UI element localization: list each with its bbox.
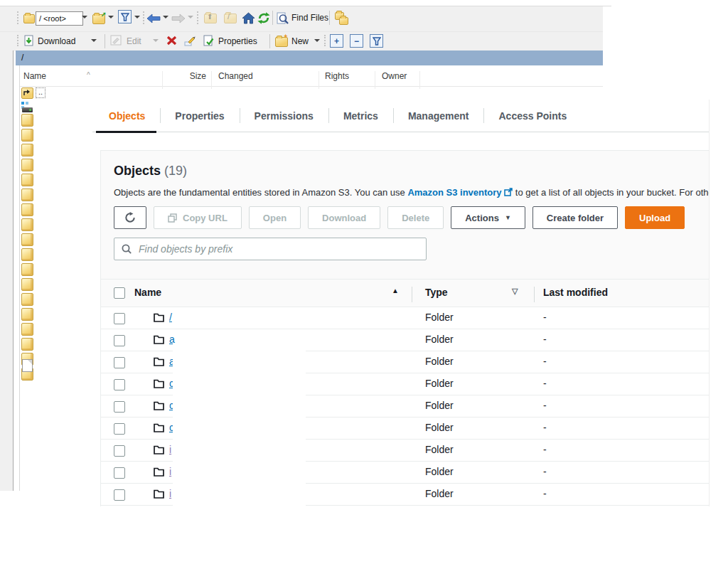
filter-button[interactable]	[118, 10, 132, 23]
column-header-owner[interactable]: Owner	[382, 71, 407, 81]
s3-tab[interactable]: Permissions	[240, 100, 328, 132]
upload-button[interactable]: Upload	[625, 206, 685, 229]
toolbar-grip[interactable]	[324, 35, 328, 46]
column-divider[interactable]	[375, 71, 375, 89]
refresh-icon[interactable]	[257, 12, 270, 24]
s3-inventory-link[interactable]: Amazon S3 inventory	[407, 187, 501, 198]
download-button[interactable]: Download	[38, 36, 75, 46]
column-header-changed[interactable]: Changed	[218, 71, 253, 81]
column-header-last-modified[interactable]: Last modified	[543, 287, 608, 298]
row-checkbox[interactable]	[114, 445, 125, 457]
folder-icon[interactable]	[21, 323, 33, 336]
sort-ascending-icon[interactable]: ▲	[392, 287, 399, 294]
object-search-box[interactable]	[114, 238, 427, 260]
properties-button[interactable]: Properties	[218, 36, 257, 46]
open-directory-dropdown-icon[interactable]	[108, 16, 114, 21]
row-checkbox[interactable]	[114, 423, 125, 435]
copy-url-button[interactable]: Copy URL	[154, 206, 242, 229]
row-checkbox[interactable]	[114, 489, 125, 501]
row-checkbox[interactable]	[114, 313, 125, 324]
object-name-link[interactable]: /	[169, 312, 172, 323]
row-checkbox[interactable]	[114, 335, 125, 346]
external-link-icon[interactable]	[504, 188, 513, 196]
folder-icon[interactable]	[21, 293, 33, 306]
folder-icon[interactable]	[21, 174, 33, 186]
folder-icon[interactable]	[21, 233, 33, 246]
file-icon[interactable]	[22, 359, 33, 372]
back-history-dropdown-icon[interactable]	[163, 16, 168, 21]
drive-icon[interactable]	[21, 102, 33, 112]
actions-dropdown-button[interactable]: Actions▼	[451, 206, 525, 229]
folder-icon[interactable]	[21, 248, 33, 261]
folder-icon[interactable]	[21, 129, 33, 142]
sortable-icon[interactable]: ▽	[512, 287, 518, 296]
search-input[interactable]	[137, 243, 419, 255]
find-files-icon[interactable]	[277, 12, 289, 24]
delete-button[interactable]: Delete	[387, 206, 444, 229]
find-files-button[interactable]: Find Files	[291, 13, 328, 23]
folder-icon[interactable]	[21, 203, 33, 216]
s3-tab[interactable]: Metrics	[328, 100, 393, 132]
download-button[interactable]: Download	[308, 206, 380, 229]
column-divider[interactable]	[162, 71, 163, 89]
select-all-checkbox[interactable]	[114, 287, 125, 299]
folder-icon[interactable]	[21, 218, 33, 231]
column-divider[interactable]	[419, 71, 420, 89]
folder-icon[interactable]	[21, 188, 33, 201]
home-icon[interactable]	[242, 12, 255, 24]
object-row[interactable]: / Folder -	[101, 307, 710, 329]
column-divider[interactable]	[318, 71, 319, 89]
folder-icon[interactable]	[21, 278, 33, 291]
back-icon[interactable]	[146, 14, 161, 23]
row-checkbox[interactable]	[114, 401, 125, 413]
increase-font-button[interactable]: +	[330, 34, 343, 48]
column-header-name[interactable]: Name	[23, 71, 46, 81]
folder-icon[interactable]	[21, 263, 33, 276]
root-directory-icon[interactable]	[224, 14, 237, 23]
column-header-type[interactable]: Type	[425, 287, 448, 298]
parent-directory-label[interactable]: ..	[36, 87, 46, 98]
address-dropdown-icon[interactable]	[82, 16, 87, 21]
column-header-size[interactable]: Size	[169, 71, 206, 81]
download-dropdown-icon[interactable]	[91, 39, 97, 45]
open-button[interactable]: Open	[249, 206, 301, 229]
toolbar-grip[interactable]	[197, 11, 200, 24]
decrease-font-button[interactable]: −	[350, 34, 363, 48]
current-path-bar[interactable]: /	[16, 50, 603, 65]
object-name-link[interactable]: i	[169, 466, 171, 477]
edit-dropdown-icon[interactable]	[153, 39, 159, 45]
new-button[interactable]: New	[291, 36, 309, 46]
panel-filter-button[interactable]	[370, 34, 383, 48]
rename-icon[interactable]	[184, 35, 196, 46]
column-header-rights[interactable]: Rights	[325, 71, 349, 81]
winscp-toolbar-main: / <root> ➚ ⬆ / Find Files	[0, 6, 603, 31]
forward-history-dropdown-icon[interactable]	[188, 16, 193, 21]
toolbar-grip[interactable]	[17, 35, 21, 46]
s3-tab[interactable]: Properties	[160, 100, 239, 132]
forward-icon[interactable]	[171, 14, 186, 23]
column-header-name[interactable]: Name	[134, 287, 161, 298]
row-checkbox[interactable]	[114, 467, 125, 479]
row-checkbox[interactable]	[114, 379, 125, 390]
edit-icon	[110, 35, 122, 46]
folder-icon[interactable]	[21, 159, 33, 171]
column-divider[interactable]	[211, 71, 212, 89]
delete-icon[interactable]	[166, 36, 177, 46]
folder-icon[interactable]	[21, 144, 33, 156]
toolbar-grip[interactable]	[17, 11, 21, 24]
filter-dropdown-icon[interactable]	[134, 16, 140, 21]
object-name-link[interactable]: i	[169, 488, 171, 499]
s3-tab[interactable]: Management	[393, 100, 484, 132]
object-name-link[interactable]: i	[169, 444, 171, 455]
new-dropdown-icon[interactable]	[314, 39, 320, 45]
refresh-button[interactable]	[114, 206, 146, 229]
edit-button[interactable]: Edit	[127, 36, 141, 46]
create-folder-button[interactable]: Create folder	[532, 206, 618, 229]
folder-icon[interactable]	[21, 308, 33, 321]
s3-tab[interactable]: Access Points	[483, 100, 582, 132]
folder-icon[interactable]	[21, 114, 33, 127]
row-checkbox[interactable]	[114, 357, 125, 368]
folder-icon[interactable]	[21, 338, 33, 351]
address-combobox[interactable]: / <root>	[36, 11, 83, 26]
s3-tab[interactable]: Objects	[94, 100, 160, 132]
